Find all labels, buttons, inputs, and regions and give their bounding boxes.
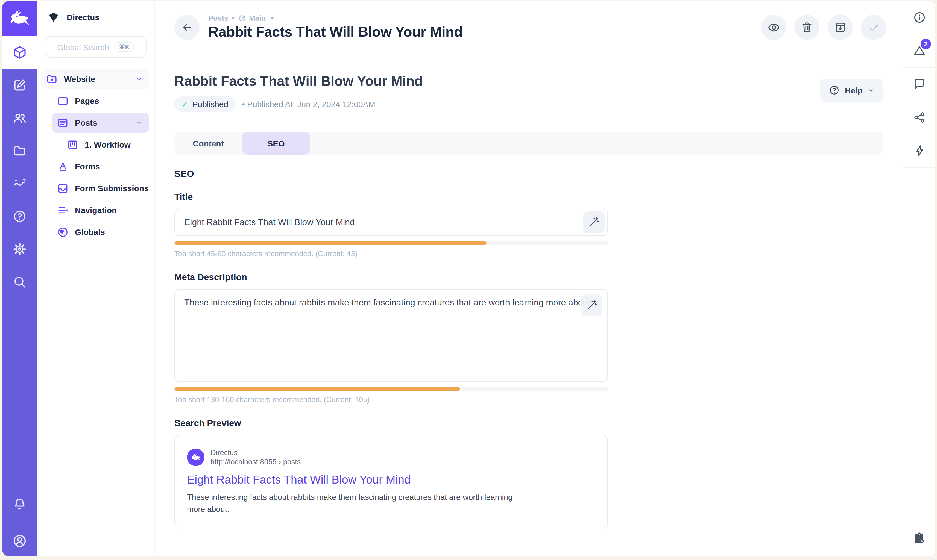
module-user-directory[interactable] xyxy=(2,102,37,134)
delete-button[interactable] xyxy=(794,15,820,40)
meta-description-textarea[interactable]: These interesting facts about rabbits ma… xyxy=(174,289,608,382)
rabbit-logo-icon xyxy=(191,452,201,463)
module-settings[interactable] xyxy=(2,233,37,266)
help-button[interactable]: Help xyxy=(820,78,883,102)
breadcrumb-version[interactable]: Main xyxy=(249,14,266,22)
meta-field-label: Meta Description xyxy=(174,272,608,283)
seo-section-title: SEO xyxy=(174,169,608,180)
sidebar-item-pages[interactable]: Pages xyxy=(52,91,149,111)
archive-button[interactable] xyxy=(828,15,853,40)
window-icon xyxy=(57,95,69,107)
flows-sidebar-button[interactable] xyxy=(903,134,935,168)
rabbit-logo-icon xyxy=(9,8,31,29)
generate-title-button[interactable] xyxy=(583,211,605,233)
module-content[interactable] xyxy=(2,36,37,69)
help-circle-icon xyxy=(829,85,840,95)
right-sidebar: 2 xyxy=(903,1,935,556)
meta-length-progress xyxy=(174,387,608,391)
edit-icon xyxy=(12,78,27,92)
sidebar-item-label: Form Submissions xyxy=(75,183,149,193)
back-button[interactable] xyxy=(174,15,200,40)
directus-logo[interactable] xyxy=(2,1,37,36)
project-header[interactable]: Directus xyxy=(37,1,154,33)
breadcrumb-collection[interactable]: Posts xyxy=(208,14,228,22)
content-scroll: Rabbit Facts That Will Blow Your Mind ✓ … xyxy=(155,54,903,556)
sidebar-item-navigation[interactable]: Navigation xyxy=(52,200,149,220)
folder-star-icon xyxy=(46,73,58,85)
page-title: Rabbit Facts That Will Blow Your Mind xyxy=(208,23,462,40)
version-dropdown-icon[interactable] xyxy=(270,17,275,20)
status-row: ✓ Published • Published At: Jun 2, 2024 … xyxy=(174,96,883,112)
title-length-progress xyxy=(174,242,608,245)
notifications-bell[interactable] xyxy=(2,488,37,521)
global-search-input[interactable]: Global Search ⌘K xyxy=(45,36,146,58)
page-header: Posts • Main Rabbit Facts That Will Blow… xyxy=(155,1,903,54)
sidebar-item-website[interactable]: Website xyxy=(41,69,149,89)
preview-button[interactable] xyxy=(761,15,786,40)
module-search[interactable] xyxy=(2,266,37,298)
preview-site-name: Directus xyxy=(211,449,301,457)
header-titles: Posts • Main Rabbit Facts That Will Blow… xyxy=(208,14,462,40)
magic-wand-icon xyxy=(588,217,599,228)
help-label: Help xyxy=(845,86,863,95)
title-length-progress-fill xyxy=(174,242,487,245)
check-icon xyxy=(867,21,880,34)
chevron-down-icon[interactable] xyxy=(136,75,143,83)
trash-icon xyxy=(801,21,813,33)
notices-sidebar-button[interactable]: 2 xyxy=(903,34,935,68)
save-button[interactable] xyxy=(861,15,886,40)
generate-meta-button[interactable] xyxy=(581,294,603,316)
tab-content[interactable]: Content xyxy=(174,132,242,155)
chevron-down-icon[interactable] xyxy=(136,119,143,126)
module-editor[interactable] xyxy=(2,69,37,102)
preview-url: http://localhost:8055 › posts xyxy=(211,458,301,466)
user-avatar[interactable] xyxy=(2,526,37,556)
sidebar-item-form-submissions[interactable]: Form Submissions xyxy=(52,178,149,198)
search-preview-card: Directus http://localhost:8055 › posts E… xyxy=(174,435,608,529)
info-sidebar-button[interactable] xyxy=(903,1,935,34)
header-actions xyxy=(761,15,886,40)
account-circle-icon xyxy=(12,533,27,549)
gear-icon xyxy=(12,242,27,256)
bolt-icon xyxy=(913,144,926,157)
sidebar-item-globals[interactable]: Globals xyxy=(52,222,149,242)
text-format-icon xyxy=(57,160,69,172)
help-icon xyxy=(12,209,27,223)
activity-log-button[interactable] xyxy=(903,520,935,556)
clipboard-clock-icon xyxy=(912,531,926,545)
sidebar-item-label: Posts xyxy=(75,118,97,127)
comments-sidebar-button[interactable] xyxy=(903,68,935,101)
preview-site-row: Directus http://localhost:8055 › posts xyxy=(187,449,595,466)
module-insights[interactable] xyxy=(2,167,37,200)
status-badge: ✓ Published xyxy=(174,96,235,112)
globe-icon xyxy=(57,226,69,238)
form-end-divider xyxy=(174,542,608,543)
comment-icon xyxy=(913,78,926,91)
share-sidebar-button[interactable] xyxy=(903,101,935,134)
check-icon: ✓ xyxy=(182,100,188,108)
item-title: Rabbit Facts That Will Blow Your Mind xyxy=(174,73,883,89)
insights-icon xyxy=(12,177,27,191)
seo-title-input[interactable]: Eight Rabbit Facts That Will Blow Your M… xyxy=(174,209,608,236)
eye-icon xyxy=(767,21,780,34)
version-icon xyxy=(237,14,246,22)
sidebar-item-posts[interactable]: Posts xyxy=(52,112,149,133)
project-name: Directus xyxy=(67,12,100,22)
info-icon xyxy=(913,11,926,24)
project-logo-icon xyxy=(47,11,60,23)
notification-count-badge: 2 xyxy=(921,39,931,49)
module-file-library[interactable] xyxy=(2,134,37,167)
sidebar-item-forms[interactable]: Forms xyxy=(52,156,149,177)
breadcrumb[interactable]: Posts • Main xyxy=(208,14,462,22)
app-shell: Directus Global Search ⌘K Website xyxy=(2,1,935,556)
site-favicon xyxy=(187,449,205,466)
bell-icon xyxy=(12,497,27,511)
chevron-down-icon xyxy=(868,86,875,94)
magic-wand-icon xyxy=(586,300,597,311)
sidebar-item-label: Globals xyxy=(75,227,105,237)
cube-icon xyxy=(12,45,27,60)
tab-seo[interactable]: SEO xyxy=(242,132,310,155)
module-docs[interactable] xyxy=(2,200,37,233)
nav-list-icon xyxy=(57,204,69,216)
sidebar-item-workflow[interactable]: 1. Workflow xyxy=(52,134,149,155)
